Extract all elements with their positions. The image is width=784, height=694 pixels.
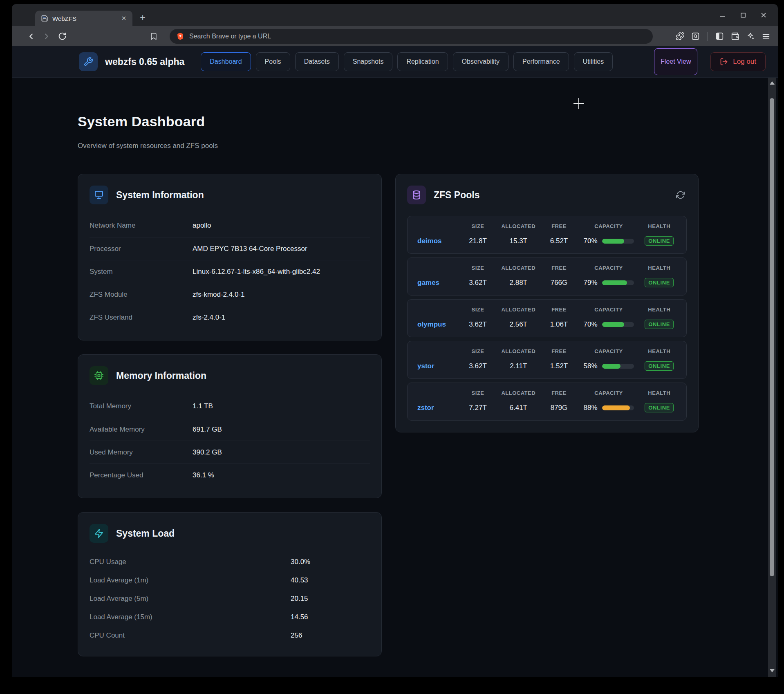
row-value: 691.7 GB xyxy=(193,425,370,434)
column-header-capacity: CAPACITY xyxy=(579,307,639,313)
extensions-puzzle-icon[interactable] xyxy=(674,31,685,42)
row-value: 40.53 xyxy=(291,576,370,584)
scrollbar-thumb[interactable] xyxy=(770,98,774,576)
row-value: zfs-2.4.0-1 xyxy=(193,313,370,322)
page-viewport: webzfs 0.65 alpha Dashboard Pools Datase… xyxy=(12,46,778,677)
brave-shield-icon[interactable] xyxy=(176,32,184,40)
pool-allocated: 15.3T xyxy=(497,237,539,245)
tab-close-icon[interactable]: ✕ xyxy=(119,14,128,23)
address-bar[interactable] xyxy=(170,29,653,44)
bookmark-icon[interactable] xyxy=(148,31,159,42)
nav-tab-performance[interactable]: Performance xyxy=(513,52,569,71)
column-header-health: HEALTH xyxy=(642,348,676,354)
column-header-health: HEALTH xyxy=(642,223,676,229)
nav-tab-pools[interactable]: Pools xyxy=(256,52,290,71)
wallet-icon[interactable] xyxy=(730,31,740,42)
reload-button[interactable] xyxy=(57,31,67,42)
pool-name-link[interactable]: deimos xyxy=(417,237,458,245)
column-header-free: FREE xyxy=(542,307,575,313)
url-search-input[interactable] xyxy=(189,33,646,40)
column-header-free: FREE xyxy=(542,390,575,396)
row-label: CPU Usage xyxy=(90,558,291,566)
pool-free: 6.52T xyxy=(542,237,575,245)
column-header-allocated: ALLOCATED xyxy=(497,307,539,313)
load-row: CPU Usage 30.0% xyxy=(90,553,370,571)
search-window-icon[interactable] xyxy=(690,31,701,42)
nav-tab-observability[interactable]: Observability xyxy=(453,52,508,71)
pool-name-link[interactable]: ystor xyxy=(417,362,458,370)
nav-tab-snapshots[interactable]: Snapshots xyxy=(344,52,393,71)
panel-title: ZFS Pools xyxy=(434,190,479,201)
column-header-allocated: ALLOCATED xyxy=(497,390,539,396)
leo-ai-sparkle-icon[interactable] xyxy=(745,31,756,42)
pool-size: 21.8T xyxy=(461,237,494,245)
nav-tab-replication[interactable]: Replication xyxy=(397,52,448,71)
pool-name-link[interactable]: games xyxy=(417,279,458,287)
column-header-allocated: ALLOCATED xyxy=(497,265,539,271)
fleet-view-button[interactable]: Fleet View xyxy=(654,48,697,75)
column-header-capacity: CAPACITY xyxy=(579,390,639,396)
row-label: Processor xyxy=(90,245,193,253)
window-close-button[interactable] xyxy=(758,10,769,20)
row-label: ZFS Module xyxy=(90,291,193,299)
row-label: Available Memory xyxy=(90,425,193,434)
logout-icon xyxy=(720,58,728,66)
pool-capacity-percent: 79% xyxy=(583,279,597,287)
column-header-health: HEALTH xyxy=(642,265,676,271)
capacity-progress-bar xyxy=(602,405,634,410)
column-header-free: FREE xyxy=(542,265,575,271)
column-header-health: HEALTH xyxy=(642,390,676,396)
scrollbar-up-arrow[interactable] xyxy=(768,78,776,87)
load-row: CPU Count 256 xyxy=(90,626,370,645)
app-navbar: webzfs 0.65 alpha Dashboard Pools Datase… xyxy=(12,46,778,78)
new-tab-button[interactable]: + xyxy=(136,11,150,25)
pool-free: 879G xyxy=(542,404,575,412)
row-value: 1.1 TB xyxy=(193,402,370,410)
pool-size: 7.27T xyxy=(461,404,494,412)
load-row: Load Average (15m) 14.56 xyxy=(90,608,370,626)
monitor-icon xyxy=(90,186,108,204)
window-minimize-button[interactable] xyxy=(717,10,728,20)
logout-label: Log out xyxy=(733,58,756,66)
tab-title: WebZFS xyxy=(52,15,119,22)
pool-allocated: 6.41T xyxy=(497,404,539,412)
pool-name-link[interactable]: zstor xyxy=(417,404,458,412)
pool-allocated: 2.88T xyxy=(497,279,539,287)
memory-information-card: Memory Information Total Memory 1.1 TB A… xyxy=(78,354,382,498)
sidebar-toggle-icon[interactable] xyxy=(714,31,725,42)
row-value: 256 xyxy=(291,631,370,640)
column-header-free: FREE xyxy=(542,348,575,354)
menu-hamburger-icon[interactable] xyxy=(761,31,771,42)
pool-name-link[interactable]: olympus xyxy=(417,320,458,329)
nav-tab-dashboard[interactable]: Dashboard xyxy=(201,52,251,71)
toolbar-separator xyxy=(707,32,708,41)
pool-free: 766G xyxy=(542,279,575,287)
scrollbar-down-arrow[interactable] xyxy=(768,666,776,675)
column-header-capacity: CAPACITY xyxy=(579,223,639,229)
back-button[interactable] xyxy=(26,31,36,42)
row-value: apollo xyxy=(193,222,370,230)
row-label: Total Memory xyxy=(90,402,193,410)
row-label: Load Average (15m) xyxy=(90,613,291,621)
health-status-badge: ONLINE xyxy=(645,403,674,412)
pool-allocated: 2.11T xyxy=(497,362,539,370)
row-label: CPU Count xyxy=(90,631,291,640)
load-row: Load Average (5m) 20.15 xyxy=(90,589,370,608)
window-maximize-button[interactable] xyxy=(738,10,748,20)
row-value: 30.0% xyxy=(291,558,370,566)
info-row: Available Memory 691.7 GB xyxy=(90,418,370,441)
info-row: Total Memory 1.1 TB xyxy=(90,395,370,418)
refresh-icon[interactable] xyxy=(674,189,687,201)
page-scrollbar[interactable] xyxy=(768,78,776,677)
nav-tab-datasets[interactable]: Datasets xyxy=(295,52,339,71)
info-row: Used Memory 390.2 GB xyxy=(90,441,370,463)
nav-tab-utilities[interactable]: Utilities xyxy=(574,52,613,71)
row-value: zfs-kmod-2.4.0-1 xyxy=(193,291,370,299)
wrench-brand-icon xyxy=(79,52,98,71)
browser-tab[interactable]: WebZFS ✕ xyxy=(35,11,132,26)
row-value: AMD EPYC 7B13 64-Core Processor xyxy=(193,245,370,253)
logout-button[interactable]: Log out xyxy=(710,52,766,71)
row-value: 390.2 GB xyxy=(193,448,370,457)
capacity-progress-bar xyxy=(602,280,634,285)
forward-button[interactable] xyxy=(41,31,52,42)
